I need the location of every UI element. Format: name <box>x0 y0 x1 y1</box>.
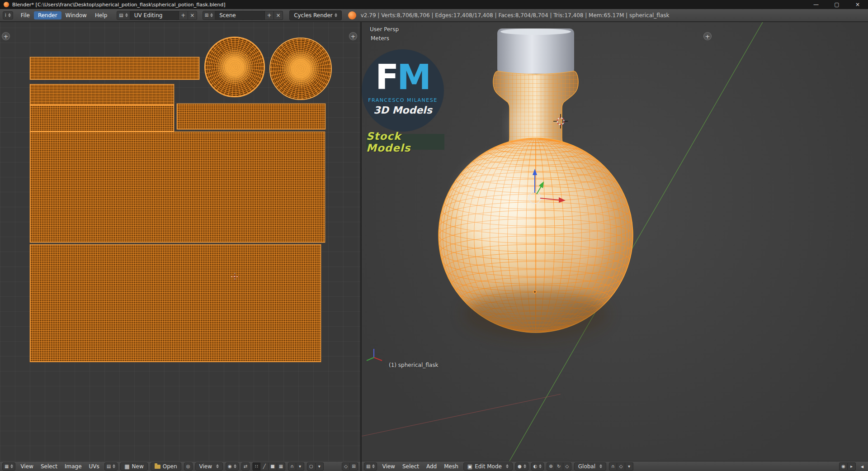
image-open-button[interactable]: Open <box>151 462 181 471</box>
uv-menu-uvs[interactable]: UVs <box>87 463 102 470</box>
view3d-menu-add[interactable]: Add <box>424 463 439 470</box>
uv-snap-target-dropdown[interactable]: ▾ <box>296 462 304 471</box>
screen-layout-add-button[interactable]: + <box>179 11 188 20</box>
opengl-render-button[interactable]: ◉ <box>839 462 848 471</box>
menu-render[interactable]: Render <box>34 11 61 19</box>
screen-layout-browse-button[interactable]: ▤ <box>117 11 130 20</box>
uv-misc-group: ◇ ⊞ <box>342 462 358 471</box>
plus-icon: + <box>705 33 710 39</box>
chevron-updown-icon <box>539 464 542 468</box>
uv-snap-toggle[interactable]: ∩ <box>288 462 296 471</box>
pin-image-toggle[interactable]: ◎ <box>184 462 193 471</box>
header-scroll-arrow[interactable]: ◂ <box>859 463 866 470</box>
pivot-point-dropdown[interactable]: ◐ <box>531 462 544 471</box>
viewport-region-expand-button[interactable]: + <box>703 32 712 40</box>
uv-proportional-falloff-dropdown[interactable]: ▾ <box>316 462 324 471</box>
uv-pivot-dropdown[interactable]: ◉ <box>226 462 239 471</box>
maximize-button[interactable]: ▢ <box>826 0 847 9</box>
plus-icon: + <box>351 33 356 39</box>
snap-toggle[interactable]: ∩ <box>609 462 617 471</box>
chevron-updown-icon <box>335 13 337 17</box>
uv-island[interactable] <box>30 244 321 362</box>
opengl-render-anim-button[interactable]: ▸ <box>848 462 856 471</box>
chevron-updown-icon <box>234 464 236 468</box>
manipulator-translate-button[interactable]: ⊕ <box>547 462 555 471</box>
flask-object[interactable] <box>439 71 633 339</box>
viewport-object-info: (1) spherical_flask <box>389 362 438 368</box>
snap-element-dropdown[interactable]: ◇ <box>617 462 625 471</box>
uv-mode-dropdown[interactable]: View <box>195 462 223 471</box>
uv-island[interactable] <box>177 104 326 129</box>
uv-island[interactable] <box>30 105 174 132</box>
face-select-icon: ■ <box>270 464 274 469</box>
render-engine-select[interactable]: Cycles Render <box>289 10 342 20</box>
viewport-3d-canvas[interactable]: User Persp Meters (1) spherical_flask F … <box>362 22 868 461</box>
uv-region-expand-button[interactable]: + <box>2 32 10 40</box>
minimize-button[interactable]: — <box>806 0 826 9</box>
screen-layout-name[interactable]: UV Editing <box>130 11 179 20</box>
new-image-icon: ▦ <box>124 463 129 470</box>
uv-island[interactable] <box>30 132 325 243</box>
manipulator-scale-button[interactable]: ◇ <box>563 462 571 471</box>
uv-menu-view[interactable]: View <box>18 463 35 470</box>
scene-browse-button[interactable]: ⊞ <box>203 11 215 20</box>
viewport-shading-dropdown[interactable]: ● <box>515 462 528 471</box>
scene-add-button[interactable]: + <box>265 11 274 20</box>
pin-icon: ◎ <box>186 464 190 469</box>
window-controls: — ▢ × <box>806 0 868 9</box>
uv-select-edge-button[interactable]: ╱ <box>260 462 269 471</box>
view3d-menu-select[interactable]: Select <box>400 463 421 470</box>
image-browse-button[interactable]: ▤ <box>104 462 118 471</box>
chevron-down-icon: ▾ <box>628 464 630 469</box>
uv-select-island-button[interactable]: ▦ <box>277 462 285 471</box>
chevron-down-icon: ▾ <box>299 464 301 469</box>
uv-menu-image[interactable]: Image <box>62 463 84 470</box>
viewport-unit-label: Meters <box>371 35 389 42</box>
manipulator-rotate-button[interactable]: ↻ <box>555 462 563 471</box>
uv-sync-select-toggle[interactable]: ⇄ <box>241 462 250 471</box>
transform-orientation-dropdown[interactable]: Global <box>574 462 606 471</box>
rotate-icon: ↻ <box>557 464 561 469</box>
uv-editor-type-button[interactable]: ▦ <box>2 462 15 471</box>
view3d-editor-type-button[interactable]: ▧ <box>364 462 377 471</box>
transform-orientation-value: Global <box>578 463 595 470</box>
uv-proportional-toggle[interactable]: ○ <box>307 462 316 471</box>
screen-layout-delete-button[interactable]: × <box>188 11 197 20</box>
image-new-button[interactable]: ▦ New <box>120 462 148 471</box>
uv-select-vertex-button[interactable]: ∷ <box>252 462 260 471</box>
uv-island-circle[interactable] <box>204 37 265 97</box>
menu-file[interactable]: File <box>17 11 34 19</box>
uv-scopes-button[interactable]: ⊞ <box>350 462 358 471</box>
uv-region-expand-button[interactable]: + <box>349 32 357 40</box>
uv-2d-cursor[interactable] <box>231 273 239 281</box>
uv-menu-select[interactable]: Select <box>38 463 60 470</box>
close-button[interactable]: × <box>847 0 868 9</box>
translate-icon: ⊕ <box>549 464 552 469</box>
specular-highlight <box>459 160 536 246</box>
interaction-mode-dropdown[interactable]: ▣ Edit Mode <box>463 462 513 471</box>
menu-window[interactable]: Window <box>61 11 91 19</box>
info-editor-type-button[interactable]: i <box>3 11 13 19</box>
uv-island[interactable] <box>30 57 199 80</box>
pivot-icon: ◐ <box>533 464 538 469</box>
info-editor-icon: i <box>5 13 6 18</box>
uv-editor-canvas[interactable]: + + <box>0 22 360 461</box>
scopes-icon: ⊞ <box>352 464 355 469</box>
view3d-menu-view[interactable]: View <box>380 463 397 470</box>
manipulator-group: ⊕ ↻ ◇ <box>547 462 571 471</box>
scene-name[interactable]: Scene <box>215 11 265 20</box>
flask-cork-object[interactable] <box>497 29 574 74</box>
uv-island-circle[interactable] <box>269 38 332 100</box>
screen-layout-selector: ▤ UV Editing + × <box>117 11 197 20</box>
view3d-menu-mesh[interactable]: Mesh <box>442 463 461 470</box>
snap-target-dropdown[interactable]: ▾ <box>625 462 633 471</box>
render-engine-value: Cycles Render <box>294 12 333 19</box>
uv-select-face-button[interactable]: ■ <box>269 462 277 471</box>
scene-delete-button[interactable]: × <box>274 11 283 20</box>
proportional-edit-icon: ○ <box>309 464 313 469</box>
menu-help[interactable]: Help <box>91 11 111 19</box>
uv-display-options-button[interactable]: ◇ <box>342 462 350 471</box>
snap-group: ∩ ◇ ▾ <box>609 462 633 471</box>
snap-element-icon: ◇ <box>619 464 623 469</box>
uv-island[interactable] <box>30 84 174 105</box>
